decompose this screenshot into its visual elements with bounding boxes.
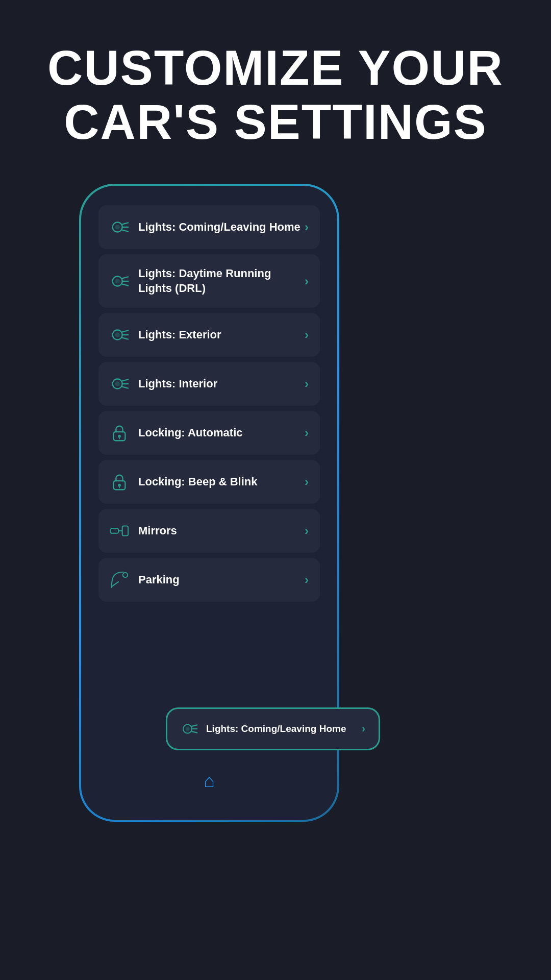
svg-point-35 [185,727,190,731]
parking-icon [110,570,129,590]
chevron-right-icon: › [305,377,309,391]
menu-list: Lights: Coming/Leaving Home › [90,195,328,612]
svg-line-6 [122,277,128,278]
svg-line-8 [122,284,128,285]
menu-item-label: Mirrors [138,524,177,538]
headlight-icon [110,325,129,345]
tooltip-label: Lights: Coming/Leaving Home [206,723,346,736]
svg-point-14 [115,332,120,337]
menu-item-label: Lights: Daytime Running Lights (DRL) [138,266,305,296]
svg-line-3 [122,230,128,232]
svg-point-24 [118,484,121,487]
chevron-right-icon: › [305,220,309,234]
menu-item-lights-exterior[interactable]: Lights: Exterior › [98,313,320,357]
svg-point-30 [123,573,128,578]
menu-item-locking-automatic[interactable]: Locking: Automatic › [98,411,320,455]
chevron-right-icon: › [305,328,309,342]
menu-item-mirrors[interactable]: Mirrors › [98,509,320,553]
lock-icon [110,423,129,443]
mirror-icon [110,521,129,541]
menu-item-label: Locking: Automatic [138,426,243,440]
headlight-icon [110,217,129,237]
svg-line-13 [122,338,128,339]
svg-line-1 [122,223,128,224]
svg-point-4 [115,225,120,230]
menu-item-lights-interior[interactable]: Lights: Interior › [98,362,320,406]
chevron-right-icon: › [305,426,309,440]
headlight-icon [110,272,129,291]
menu-item-label: Lights: Coming/Leaving Home [138,220,300,235]
chevron-right-icon: › [305,274,309,288]
svg-line-11 [122,331,128,332]
headlight-icon [181,720,198,738]
svg-line-16 [122,380,128,381]
chevron-right-icon: › [305,475,309,489]
svg-point-9 [115,279,120,284]
menu-item-parking[interactable]: Parking › [98,558,320,602]
svg-line-29 [112,582,118,587]
menu-item-locking-beep-blink[interactable]: Locking: Beep & Blink › [98,460,320,504]
menu-item-lights-coming-leaving[interactable]: Lights: Coming/Leaving Home › [98,205,320,249]
menu-item-lights-drl[interactable]: Lights: Daytime Running Lights (DRL) › [98,254,320,308]
lock-icon [110,472,129,492]
menu-item-label: Locking: Beep & Blink [138,475,257,489]
page-title: CUSTOMIZE YOUR CAR'S SETTINGS [31,41,520,149]
svg-line-34 [192,731,197,733]
bottom-nav: ⌂ [99,761,319,801]
chevron-right-icon: › [305,573,309,587]
menu-item-label: Lights: Exterior [138,328,221,342]
chevron-right-icon: › [305,524,309,538]
home-icon[interactable]: ⌂ [204,770,215,792]
menu-item-label: Lights: Interior [138,377,217,391]
svg-point-21 [118,435,121,438]
svg-rect-28 [122,526,128,536]
phone-mockup: Lights: Coming/Leaving Home › [79,184,339,822]
svg-line-32 [192,725,197,726]
svg-line-18 [122,387,128,388]
tooltip-popup[interactable]: Lights: Coming/Leaving Home › [166,707,380,750]
headlight-icon [110,374,129,394]
menu-item-label: Parking [138,573,180,587]
svg-point-19 [115,381,120,386]
page-header: CUSTOMIZE YOUR CAR'S SETTINGS [0,0,551,179]
chevron-right-icon: › [362,722,365,736]
svg-rect-26 [111,528,118,533]
